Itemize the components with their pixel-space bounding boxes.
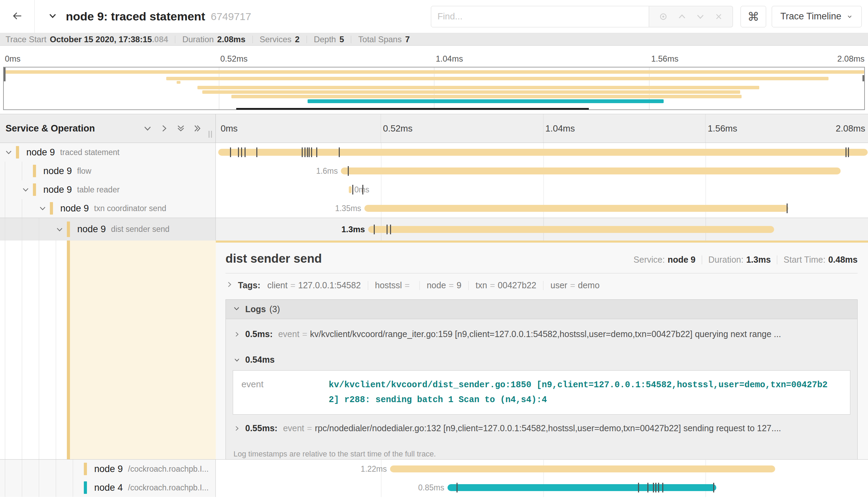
find-input[interactable] <box>431 6 649 27</box>
divider <box>307 36 307 43</box>
tags-row[interactable]: Tags: client=127.0.0.1:54582hostssl=node… <box>225 280 858 290</box>
span-row-timeline-cell[interactable]: 1.22ms <box>216 460 868 478</box>
span-row-timeline-cell[interactable] <box>216 143 868 162</box>
log-marker-tick[interactable] <box>638 483 639 492</box>
log-marker-tick[interactable] <box>339 147 340 157</box>
divider <box>468 281 469 290</box>
divider <box>777 255 777 264</box>
logs-section: Logs (3) 0.5ms:event=kv/kvclient/kvcoord… <box>225 299 858 459</box>
log-marker-tick[interactable] <box>713 483 714 492</box>
chevron-down-icon[interactable] <box>21 185 30 194</box>
expand-all-icon[interactable] <box>193 124 202 133</box>
log-marker-tick[interactable] <box>653 483 654 492</box>
log-marker-tick[interactable] <box>245 147 246 157</box>
log-marker-tick[interactable] <box>230 147 231 157</box>
span-duration-bar[interactable] <box>390 465 775 472</box>
log-entry-collapsed[interactable]: 0.55ms:event=rpc/nodedialer/nodedialer.g… <box>233 415 850 442</box>
overview-span-bar <box>177 81 180 84</box>
chevron-down-icon[interactable] <box>5 148 13 156</box>
log-entry-collapsed[interactable]: 0.5ms:event=kv/kvclient/kvcoord/range_it… <box>233 320 850 348</box>
span-row[interactable]: node 9txn coordinator send1.35ms <box>0 199 868 218</box>
span-row[interactable]: node 4/cockroach.roachpb.I...0.85ms <box>0 478 868 497</box>
span-duration-bar[interactable] <box>218 149 868 156</box>
span-row-label-cell[interactable]: node 4/cockroach.roachpb.I... <box>0 478 216 497</box>
log-marker-tick[interactable] <box>309 147 310 157</box>
span-duration-bar[interactable] <box>368 226 774 233</box>
log-marker-tick[interactable] <box>304 147 305 157</box>
log-marker-tick[interactable] <box>787 203 788 213</box>
log-marker-tick[interactable] <box>238 147 239 157</box>
log-marker-tick[interactable] <box>848 147 849 157</box>
column-resize-handle[interactable] <box>209 131 212 138</box>
summary-label: Depth <box>314 35 336 44</box>
log-marker-tick[interactable] <box>307 147 308 157</box>
operation-name: table reader <box>77 185 120 194</box>
collapse-all-icon[interactable] <box>176 124 186 133</box>
log-marker-tick[interactable] <box>387 225 388 234</box>
keyboard-shortcuts-button[interactable]: ⌘ <box>741 6 766 27</box>
overview-span-bar <box>231 95 742 98</box>
collapse-trace-header-button[interactable] <box>47 12 58 21</box>
expand-one-icon[interactable] <box>159 124 169 133</box>
next-match-icon[interactable] <box>696 12 705 21</box>
span-row[interactable]: node 9/cockroach.roachpb.I...1.22ms <box>0 460 868 478</box>
log-marker-tick[interactable] <box>390 225 391 234</box>
span-duration-bar[interactable] <box>364 205 788 212</box>
log-marker-tick[interactable] <box>256 147 257 157</box>
trace-view-selector-label: Trace Timeline <box>780 11 841 22</box>
equals-sign: = <box>490 280 495 290</box>
chevron-down-icon[interactable] <box>55 225 64 234</box>
minimap-left-handle[interactable] <box>4 67 6 81</box>
prev-match-icon[interactable] <box>677 12 687 21</box>
span-duration-bar[interactable] <box>341 167 841 174</box>
span-row[interactable]: node 9table reader0ms <box>0 180 868 199</box>
span-duration-bar[interactable] <box>349 186 352 193</box>
clear-find-icon[interactable] <box>714 12 723 21</box>
span-row-timeline-cell[interactable]: 1.35ms <box>216 199 868 218</box>
minimap-scrubber[interactable] <box>236 108 589 110</box>
span-duration-bar[interactable] <box>448 484 716 491</box>
focus-match-icon[interactable] <box>658 12 668 21</box>
log-marker-tick[interactable] <box>374 225 375 234</box>
axis-tick-label: 2.08ms <box>836 123 865 134</box>
find-controls <box>649 6 733 27</box>
chevron-down-icon[interactable] <box>38 204 47 212</box>
span-row-label-cell[interactable]: node 9dist sender send <box>0 218 216 241</box>
log-marker-tick[interactable] <box>241 147 242 157</box>
span-row[interactable]: node 9traced statement <box>0 143 868 162</box>
indent-guide <box>73 478 73 497</box>
span-row[interactable]: node 9flow1.6ms <box>0 162 868 180</box>
log-marker-tick[interactable] <box>658 483 659 492</box>
span-row-timeline-cell[interactable]: 1.3ms <box>216 218 868 241</box>
arrow-left-icon <box>10 10 25 23</box>
log-marker-tick[interactable] <box>662 483 663 492</box>
span-row-selected[interactable]: node 9dist sender send1.3ms <box>0 218 868 241</box>
log-marker-tick[interactable] <box>302 147 303 157</box>
log-entry-expanded-header[interactable]: 0.54ms <box>233 348 850 370</box>
log-marker-tick[interactable] <box>348 166 349 176</box>
log-marker-tick[interactable] <box>845 147 847 157</box>
log-marker-tick[interactable] <box>655 483 656 492</box>
log-marker-tick[interactable] <box>647 483 648 492</box>
span-row-label-cell[interactable]: node 9txn coordinator send <box>0 199 216 218</box>
log-marker-tick[interactable] <box>457 483 458 492</box>
span-row-label-cell[interactable]: node 9traced statement <box>0 143 216 162</box>
log-marker-tick[interactable] <box>362 185 363 194</box>
back-button[interactable] <box>0 0 35 33</box>
log-field-key: event <box>241 378 329 407</box>
overview-span-bar <box>202 90 740 94</box>
span-row-label-cell[interactable]: node 9/cockroach.roachpb.I... <box>0 460 216 478</box>
collapse-one-icon[interactable] <box>143 124 152 133</box>
log-marker-tick[interactable] <box>316 147 317 157</box>
span-row-timeline-cell[interactable]: 0.85ms <box>216 478 868 497</box>
span-row-timeline-cell[interactable]: 1.6ms <box>216 162 868 180</box>
overview-minimap[interactable] <box>3 67 865 110</box>
log-marker-tick[interactable] <box>311 147 312 157</box>
log-marker-tick[interactable] <box>352 185 353 194</box>
span-row-label-cell[interactable]: node 9flow <box>0 162 216 180</box>
span-row-label-cell[interactable]: node 9table reader <box>0 180 216 199</box>
span-row-timeline-cell[interactable]: 0ms <box>216 180 868 199</box>
trace-view-selector[interactable]: Trace Timeline <box>772 6 862 27</box>
minimap-right-handle[interactable] <box>862 75 864 81</box>
logs-header[interactable]: Logs (3) <box>226 300 857 319</box>
